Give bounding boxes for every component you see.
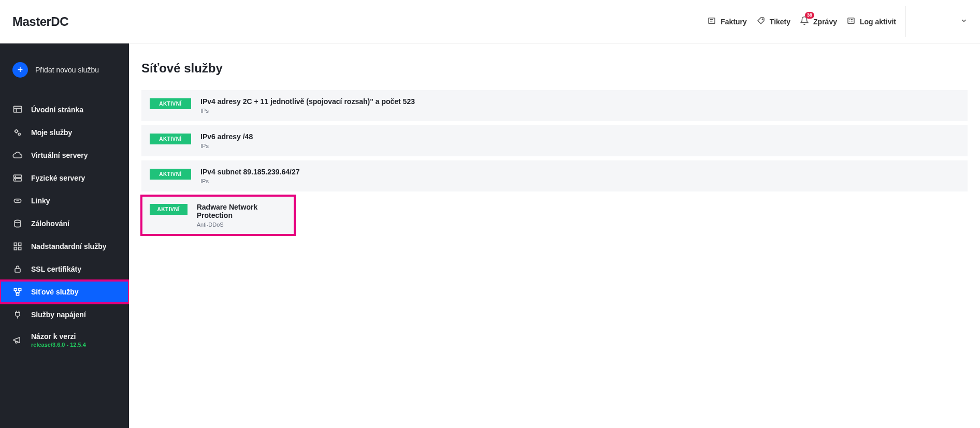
megaphone-icon (12, 335, 23, 345)
service-sub: IPs (200, 143, 253, 149)
service-title: IPv4 subnet 89.185.239.64/27 (200, 168, 299, 176)
plug-icon (12, 309, 23, 320)
page-title: Síťové služby (141, 61, 968, 76)
svg-rect-30 (14, 288, 17, 290)
svg-point-21 (15, 180, 16, 180)
svg-point-13 (18, 133, 20, 135)
sidebar-item-label: SSL certifikáty (31, 265, 81, 273)
svg-rect-29 (15, 269, 20, 272)
svg-rect-32 (17, 293, 19, 296)
svg-rect-9 (14, 106, 22, 112)
bell-icon: 38 (800, 16, 809, 27)
nav-activity[interactable]: Log aktivit (846, 16, 896, 27)
user-menu[interactable] (905, 6, 968, 37)
plus-icon: + (12, 62, 28, 78)
dashboard-icon (12, 105, 23, 115)
lock-icon (12, 264, 23, 274)
chevron-down-icon (960, 17, 968, 26)
service-row[interactable]: AKTIVNÍ Radware Network Protection Anti-… (141, 196, 295, 235)
svg-rect-26 (19, 243, 21, 245)
service-row[interactable]: AKTIVNÍ IPv4 adresy 2C + 11 jednotlivě (… (141, 90, 968, 121)
sidebar-item-label: Služby napájení (31, 311, 86, 319)
service-sub: IPs (200, 178, 299, 184)
invoice-icon (707, 16, 716, 27)
server-icon (12, 173, 23, 183)
service-row[interactable]: AKTIVNÍ IPv4 subnet 89.185.239.64/27 IPs (141, 160, 968, 191)
service-title: IPv6 adresy /48 (200, 132, 253, 141)
network-icon (12, 287, 23, 297)
sidebar-item-label: Zálohování (31, 219, 69, 228)
nav-messages-label: Zprávy (813, 18, 837, 26)
nav-tickets-label: Tikety (770, 18, 790, 26)
sidebar-item-myservices[interactable]: Moje služby (0, 121, 129, 144)
svg-point-20 (15, 176, 16, 176)
add-service-label: Přidat novou službu (35, 66, 99, 74)
sidebar-item-sub: release/3.6.0 - 12.5.4 (31, 342, 86, 348)
gears-icon (12, 127, 23, 138)
svg-rect-28 (19, 247, 21, 250)
service-title: IPv4 adresy 2C + 11 jednotlivě (spojovac… (200, 97, 415, 106)
status-badge: AKTIVNÍ (150, 134, 191, 144)
sidebar-item-label: Nadstandardní služby (31, 242, 106, 250)
topbar: MasterDC Faktury Tikety 38 Zprávy Log (0, 0, 980, 43)
service-sub: IPs (200, 108, 415, 114)
grid-icon (12, 241, 23, 252)
sidebar-item-label: Síťové služby (31, 288, 79, 296)
sidebar-item-power[interactable]: Služby napájení (0, 303, 129, 326)
sidebar-item-label: Moje služby (31, 128, 72, 137)
svg-rect-31 (19, 288, 21, 290)
sidebar-item-extra[interactable]: Nadstandardní služby (0, 235, 129, 258)
sidebar-item-label: Virtuální servery (31, 151, 88, 159)
sidebar-item-feedback[interactable]: Názor k verzi release/3.6.0 - 12.5.4 (0, 326, 129, 354)
sidebar-item-label: Fyzické servery (31, 174, 85, 182)
add-service-button[interactable]: + Přidat novou službu (0, 58, 129, 82)
cloud-icon (12, 150, 23, 160)
sidebar-item-network[interactable]: Síťové služby (0, 281, 129, 303)
nav-tickets[interactable]: Tikety (756, 16, 790, 27)
sidebar-item-label: Linky (31, 197, 50, 205)
link-icon (12, 196, 23, 206)
nav-messages[interactable]: 38 Zprávy (800, 16, 837, 27)
tag-icon (756, 16, 766, 27)
sidebar-item-label: Názor k verzi (31, 332, 76, 341)
svg-rect-27 (14, 247, 17, 250)
sidebar-item-ssl[interactable]: SSL certifikáty (0, 258, 129, 281)
service-sub: Anti-DDoS (197, 222, 286, 228)
backup-icon (12, 218, 23, 229)
topnav: Faktury Tikety 38 Zprávy Log aktivit (707, 6, 968, 37)
nav-invoices-label: Faktury (720, 18, 747, 26)
svg-point-12 (15, 130, 18, 132)
nav-activity-label: Log aktivit (860, 18, 896, 26)
svg-point-24 (15, 220, 21, 223)
sidebar-item-backup[interactable]: Zálohování (0, 212, 129, 235)
sidebar-item-home[interactable]: Úvodní stránka (0, 98, 129, 121)
status-badge: AKTIVNÍ (150, 169, 191, 180)
messages-badge: 38 (805, 12, 814, 19)
status-badge: AKTIVNÍ (150, 98, 191, 109)
svg-point-3 (762, 19, 763, 20)
service-title: Radware Network Protection (197, 203, 286, 219)
status-badge: AKTIVNÍ (150, 204, 188, 215)
sidebar: + Přidat novou službu Úvodní stránka Moj… (0, 43, 129, 428)
nav-invoices[interactable]: Faktury (707, 16, 747, 27)
logo[interactable]: MasterDC (12, 14, 68, 29)
list-icon (846, 16, 856, 27)
sidebar-item-physical[interactable]: Fyzické servery (0, 167, 129, 189)
svg-rect-25 (14, 243, 17, 245)
service-row[interactable]: AKTIVNÍ IPv6 adresy /48 IPs (141, 125, 968, 156)
main-content: Síťové služby AKTIVNÍ IPv4 adresy 2C + 1… (129, 43, 980, 428)
sidebar-item-label: Úvodní stránka (31, 106, 83, 114)
sidebar-item-virtual[interactable]: Virtuální servery (0, 144, 129, 167)
sidebar-item-links[interactable]: Linky (0, 189, 129, 212)
